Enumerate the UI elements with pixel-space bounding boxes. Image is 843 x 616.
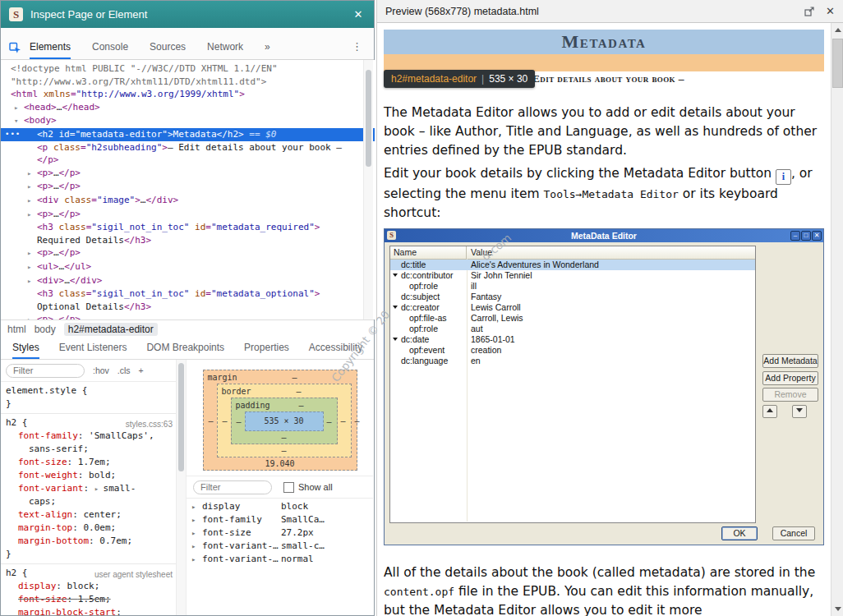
computed-property-row[interactable]: ▸font-familySmallCa… <box>187 513 373 526</box>
dom-tree-line[interactable]: ▸<ul>…</ul> <box>1 260 375 274</box>
tab-event-listeners[interactable]: Event Listeners <box>59 342 127 359</box>
dom-tree-line[interactable]: Optional Details</h3> <box>1 301 375 314</box>
tab-dom-breakpoints[interactable]: DOM Breakpoints <box>146 342 224 359</box>
styles-filter-input[interactable] <box>6 364 85 378</box>
border-bottom-value[interactable]: – <box>218 444 351 457</box>
dom-tree-line[interactable]: ▸<p>…</p> <box>1 180 375 194</box>
inspector-titlebar[interactable]: S Inspect Page or Element ✕ <box>1 1 374 28</box>
tab-elements[interactable]: Elements <box>30 41 71 59</box>
box-model-content[interactable]: 535 × 30 <box>245 411 324 431</box>
style-declaration[interactable]: margin-bottom: 0.7em; <box>1 535 176 548</box>
dom-tree-line[interactable]: ▸<p>…</p> <box>1 313 375 319</box>
dialog-titlebar[interactable]: S MetaData Editor – □ ✕ <box>385 229 823 242</box>
cancel-button[interactable]: Cancel <box>772 526 815 540</box>
style-declaration[interactable]: font-weight: bold; <box>1 469 176 482</box>
add-metadata-button[interactable]: Add Metadata <box>762 354 818 368</box>
border-top-value[interactable]: – <box>251 387 347 396</box>
dom-tree-line[interactable]: ▸<head>…</head> <box>1 101 375 115</box>
expand-arrow-icon[interactable]: ▸ <box>27 275 37 288</box>
expand-arrow-icon[interactable]: ▸ <box>27 181 37 194</box>
scrollbar-thumb[interactable] <box>366 70 371 167</box>
row-expanded-icon[interactable] <box>393 274 398 277</box>
margin-left-value[interactable]: – <box>205 416 217 425</box>
row-expanded-icon[interactable] <box>393 338 398 341</box>
node-options-icon[interactable]: ••• <box>5 128 21 141</box>
metadata-row[interactable]: opf:roleill <box>390 281 755 292</box>
dom-tree-line[interactable]: "http://www.w3.org/TR/xhtml11/DTD/xhtml1… <box>1 76 375 89</box>
collapse-arrow-icon[interactable]: ▾ <box>14 115 24 128</box>
move-up-button[interactable] <box>762 405 777 418</box>
column-header-value[interactable]: Value <box>467 246 755 259</box>
dom-tree-line[interactable]: <h3 class="sigil_not_in_toc" id="metadat… <box>1 287 375 301</box>
dom-tree-line[interactable]: ▸<p>…</p> <box>1 167 375 181</box>
style-declaration[interactable]: sans-serif; <box>1 443 176 456</box>
margin-right-value[interactable]: – <box>352 416 363 425</box>
dom-tree-line[interactable]: <h3 class="sigil_not_in_toc" id="metadat… <box>1 221 375 234</box>
style-declaration[interactable]: caps; <box>1 495 176 508</box>
dom-tree-line[interactable]: <html xmlns="http://www.w3.org/1999/xhtm… <box>1 88 375 101</box>
remove-button[interactable]: Remove <box>762 388 818 402</box>
border-right-value[interactable]: – <box>338 416 349 425</box>
breadcrumb-h2-metadata-editor[interactable]: h2#metadata-editor <box>64 323 158 336</box>
tab-accessibility[interactable]: Accessibility <box>309 342 362 359</box>
dom-tree-line[interactable]: ▸<div class="image">…</div> <box>1 194 375 208</box>
close-icon[interactable]: ✕ <box>826 5 835 17</box>
dom-tree-line[interactable]: ▸<p>…</p> <box>1 246 375 260</box>
add-property-button[interactable]: Add Property <box>762 371 818 385</box>
close-icon[interactable]: ✕ <box>351 8 366 21</box>
styles-scrollbar[interactable] <box>176 360 187 615</box>
scrollbar-thumb[interactable] <box>832 39 843 88</box>
dom-tree-line[interactable]: ▸<p>…</p> <box>1 208 375 222</box>
breadcrumb-html[interactable]: html <box>7 324 26 335</box>
dom-tree-line[interactable]: </p> <box>1 154 375 167</box>
dom-tree-line[interactable]: <p class="h2subheading">– Edit details a… <box>1 141 375 154</box>
style-declaration[interactable]: font-size: 1.7em; <box>1 456 176 469</box>
style-declaration[interactable]: margin-block-start: <box>1 606 176 615</box>
dom-tree-scrollbar[interactable] <box>363 60 373 319</box>
dom-tree-line[interactable]: •••<h2 id="metadata-editor">Metadata</h2… <box>1 128 375 141</box>
more-tabs-icon[interactable]: » <box>265 41 270 59</box>
padding-left-value[interactable]: – <box>233 417 245 426</box>
close-icon[interactable]: ✕ <box>812 231 822 241</box>
row-expanded-icon[interactable] <box>393 306 398 309</box>
expand-arrow-icon[interactable]: ▸ <box>27 314 37 319</box>
metadata-row[interactable]: dc:titleAlice's Adventures in Wonderland <box>390 260 755 270</box>
computed-filter-input[interactable] <box>193 480 272 494</box>
class-toggle[interactable]: .cls <box>117 365 131 375</box>
minimize-icon[interactable]: – <box>790 231 800 241</box>
expand-arrow-icon[interactable]: ▸ <box>14 102 24 115</box>
maximize-icon[interactable]: □ <box>801 231 811 241</box>
preview-scrollbar[interactable] <box>831 23 843 616</box>
metadata-row[interactable]: dc:languageen <box>390 356 755 366</box>
scroll-up-button[interactable] <box>831 23 843 37</box>
computed-property-row[interactable]: ▸font-size27.2px <box>187 526 373 540</box>
style-declaration[interactable]: text-align: center; <box>1 508 176 522</box>
style-declaration[interactable]: font-size: 1.5em; <box>1 593 176 606</box>
tab-styles[interactable]: Styles <box>12 342 39 359</box>
metadata-row[interactable]: opf:roleaut <box>390 324 755 334</box>
metadata-row[interactable]: dc:subjectFantasy <box>390 292 755 302</box>
margin-top-value[interactable]: – <box>237 373 352 382</box>
box-model-border[interactable]: border – – padding – <box>217 384 352 457</box>
scroll-down-button[interactable] <box>831 602 843 616</box>
style-declaration[interactable]: font-variant: ▸ small- <box>1 482 176 495</box>
padding-top-value[interactable]: – <box>270 401 333 410</box>
tab-sources[interactable]: Sources <box>150 41 186 59</box>
padding-bottom-value[interactable]: – <box>232 431 337 444</box>
new-rule-button[interactable]: + <box>139 365 144 375</box>
metadata-row[interactable]: dc:creatorLewis Carroll <box>390 302 755 313</box>
ok-button[interactable]: OK <box>721 526 758 540</box>
expand-arrow-icon[interactable]: ▸ <box>27 209 37 222</box>
style-declaration[interactable]: margin-top: 0.0em; <box>1 522 176 535</box>
style-declaration[interactable]: display: block; <box>1 580 176 593</box>
metadata-row[interactable]: opf:file-asCarroll, Lewis <box>390 313 755 324</box>
metadata-row[interactable]: dc:contributorSir John Tenniel <box>390 270 755 281</box>
tab-network[interactable]: Network <box>207 41 243 59</box>
dom-tree-line[interactable]: ▾<body> <box>1 114 375 128</box>
pseudo-state-toggle[interactable]: :hov <box>93 365 109 375</box>
computed-property-row[interactable]: ▸font-variant-…normal <box>187 553 373 566</box>
move-down-button[interactable] <box>792 405 807 418</box>
dom-tree-line[interactable]: <!doctype html PUBLIC "-//W3C//DTD XHTML… <box>1 62 375 76</box>
expand-arrow-icon[interactable]: ▸ <box>27 195 37 208</box>
style-declaration[interactable]: font-family: 'SmallCaps', <box>1 430 176 443</box>
